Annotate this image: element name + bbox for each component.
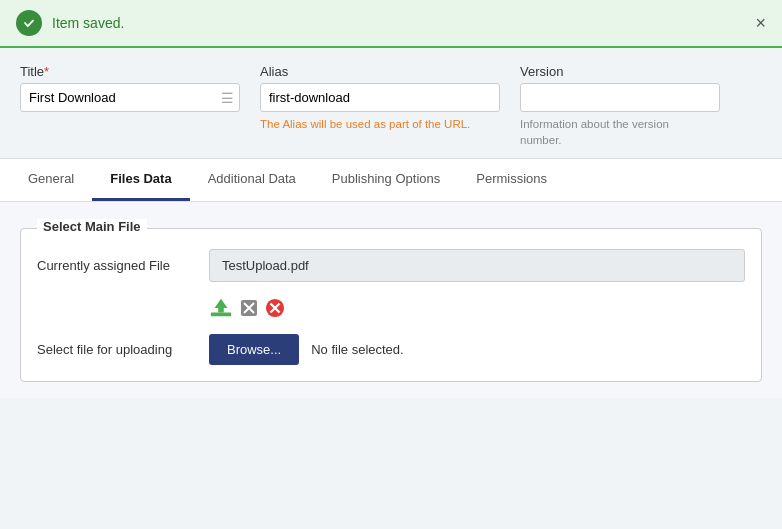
title-required: * (44, 64, 49, 79)
alias-hint: The Alias will be used as part of the UR… (260, 116, 480, 132)
version-input[interactable] (520, 83, 720, 112)
tab-files-data[interactable]: Files Data (92, 159, 189, 201)
version-label: Version (520, 64, 720, 79)
title-input-wrapper: ☰ (20, 83, 240, 112)
close-banner-button[interactable]: × (755, 14, 766, 32)
tab-publishing-options[interactable]: Publishing Options (314, 159, 458, 201)
svg-marker-2 (215, 299, 228, 313)
section-title: Select Main File (37, 219, 147, 234)
alias-input[interactable] (260, 83, 500, 112)
tab-additional-data[interactable]: Additional Data (190, 159, 314, 201)
title-input[interactable] (20, 83, 240, 112)
svg-rect-1 (211, 313, 231, 317)
version-hint: Information about the version number. (520, 116, 700, 148)
upload-file-icon[interactable] (209, 296, 233, 320)
tab-permissions[interactable]: Permissions (458, 159, 565, 201)
success-banner: Item saved. × (0, 0, 782, 48)
upload-row: Select file for uploading Browse... No f… (37, 334, 745, 365)
assigned-file-label: Currently assigned File (37, 258, 197, 273)
file-action-icons (209, 296, 745, 320)
title-group: Title* ☰ (20, 64, 240, 112)
edit-icon: ☰ (221, 90, 234, 106)
form-area: Title* ☰ Alias The Alias will be used as… (0, 48, 782, 158)
upload-label: Select file for uploading (37, 342, 197, 357)
no-file-text: No file selected. (311, 342, 404, 357)
select-main-file-section: Select Main File Currently assigned File… (20, 228, 762, 382)
content-area: Select Main File Currently assigned File… (0, 202, 782, 398)
success-icon (16, 10, 42, 36)
alias-group: Alias The Alias will be used as part of … (260, 64, 500, 132)
browse-button[interactable]: Browse... (209, 334, 299, 365)
version-group: Version Information about the version nu… (520, 64, 720, 148)
section-content: Currently assigned File TestUpload.pdf (37, 229, 745, 365)
success-message: Item saved. (52, 15, 745, 31)
delete-small-icon[interactable] (239, 298, 259, 318)
title-label: Title* (20, 64, 240, 79)
tab-general[interactable]: General (10, 159, 92, 201)
tabs-bar: General Files Data Additional Data Publi… (0, 158, 782, 202)
svg-point-0 (22, 16, 36, 30)
assigned-file-row: Currently assigned File TestUpload.pdf (37, 249, 745, 282)
assigned-file-value: TestUpload.pdf (209, 249, 745, 282)
remove-file-icon[interactable] (265, 298, 285, 318)
alias-label: Alias (260, 64, 500, 79)
